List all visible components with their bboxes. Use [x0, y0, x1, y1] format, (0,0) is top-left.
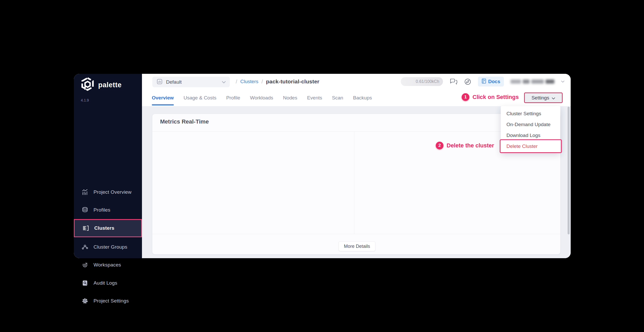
sidebar-item-label: Cluster Groups	[94, 244, 127, 250]
chevron-down-icon	[552, 95, 555, 101]
app-version: 4.1.9	[81, 98, 89, 102]
vertical-scrollbar[interactable]	[568, 107, 570, 234]
header-actions: 0.61/100kCh	[401, 74, 564, 89]
compass-icon[interactable]	[464, 78, 471, 85]
tab-workloads[interactable]: Workloads	[250, 89, 273, 106]
annotation-2-text: Delete the cluster	[447, 142, 494, 149]
settings-button[interactable]: Settings	[524, 92, 563, 103]
brand-name: palette	[98, 81, 122, 89]
annotation-step2: 2 Delete the cluster	[436, 142, 494, 149]
tab-events[interactable]: Events	[307, 89, 322, 106]
menu-item-on-demand-update[interactable]: On-Demand Update	[501, 119, 560, 130]
sidebar-item-label: Audit Logs	[94, 280, 117, 286]
sidebar-item-label: Profiles	[94, 207, 110, 213]
nodes-icon	[82, 244, 88, 250]
annotation-step1: 1 Click on Settings	[462, 93, 519, 101]
palette-logo-icon	[80, 77, 95, 93]
sidebar-item-label: Workspaces	[94, 262, 121, 268]
tab-nodes[interactable]: Nodes	[283, 89, 297, 106]
project-selector[interactable]: Default	[152, 77, 230, 87]
sidebar-item-project-overview[interactable]: Project Overview	[74, 183, 142, 201]
settings-dropdown-menu: Cluster Settings On-Demand Update Downlo…	[501, 106, 560, 152]
chat-icon[interactable]	[450, 78, 457, 85]
gear-icon	[82, 298, 88, 304]
palette-logo[interactable]: palette	[80, 77, 122, 93]
docs-button[interactable]: Docs	[478, 77, 504, 86]
top-header: Default / Clusters / pack-tutorial-clust…	[142, 74, 571, 89]
sidebar-item-clusters[interactable]: Clusters	[74, 219, 142, 237]
tab-scan[interactable]: Scan	[332, 89, 343, 106]
breadcrumb-separator: /	[236, 79, 237, 85]
sidebar-item-label: Clusters	[94, 225, 115, 231]
more-details-button[interactable]: More Details	[339, 241, 375, 251]
annotation-1-badge: 1	[462, 93, 469, 101]
divider	[152, 234, 560, 234]
settings-button-label: Settings	[532, 95, 549, 101]
book-icon	[482, 78, 486, 85]
usage-quota-pill: 0.61/100kCh	[401, 77, 443, 86]
audit-doc-icon	[82, 280, 88, 286]
divider	[152, 131, 560, 132]
divider	[354, 131, 354, 234]
sidebar-item-profiles[interactable]: Profiles	[74, 201, 142, 219]
screenshot-stage: palette 4.1.9 Project Overview	[0, 0, 644, 332]
user-chevron-down-icon[interactable]	[561, 81, 564, 83]
layers-icon	[82, 207, 88, 213]
metrics-title: Metrics Real-Time	[160, 118, 209, 125]
orbit-icon	[82, 262, 88, 268]
chart-line-icon	[82, 189, 88, 196]
breadcrumb-current: pack-tutorial-cluster	[266, 78, 319, 85]
breadcrumb-separator: /	[261, 79, 263, 85]
sidebar-item-project-settings[interactable]: Project Settings	[74, 292, 142, 310]
docs-label: Docs	[488, 79, 500, 84]
annotation-2-badge: 2	[436, 142, 443, 149]
tab-profile[interactable]: Profile	[226, 89, 240, 106]
project-chart-icon	[156, 78, 163, 86]
cluster-list-icon	[82, 225, 89, 232]
sidebar-item-workspaces[interactable]: Workspaces	[74, 256, 142, 274]
project-selector-value: Default	[166, 79, 219, 85]
metrics-card: Metrics Real-Time	[152, 114, 560, 254]
breadcrumb: / Clusters / pack-tutorial-cluster	[236, 74, 319, 89]
menu-item-delete-cluster[interactable]: Delete Cluster	[501, 141, 560, 152]
tab-backups[interactable]: Backups	[353, 89, 372, 106]
annotation-1-text: Click on Settings	[473, 94, 519, 100]
sidebar-item-label: Project Settings	[94, 298, 129, 304]
cluster-tabs: Overview Usage & Costs Profile Workloads…	[152, 89, 372, 106]
breadcrumb-clusters-link[interactable]: Clusters	[240, 79, 259, 84]
tab-usage-costs[interactable]: Usage & Costs	[184, 89, 217, 106]
chevron-down-icon	[222, 80, 226, 84]
tab-overview[interactable]: Overview	[152, 89, 174, 106]
sidebar-item-cluster-groups[interactable]: Cluster Groups	[74, 238, 142, 256]
menu-item-download-logs[interactable]: Download Logs	[501, 130, 560, 141]
user-menu-redacted[interactable]	[511, 80, 554, 84]
sidebar-item-audit-logs[interactable]: Audit Logs	[74, 274, 142, 292]
menu-item-cluster-settings[interactable]: Cluster Settings	[501, 108, 560, 119]
sidebar: palette 4.1.9 Project Overview	[74, 74, 142, 258]
sidebar-item-label: Project Overview	[94, 189, 132, 195]
